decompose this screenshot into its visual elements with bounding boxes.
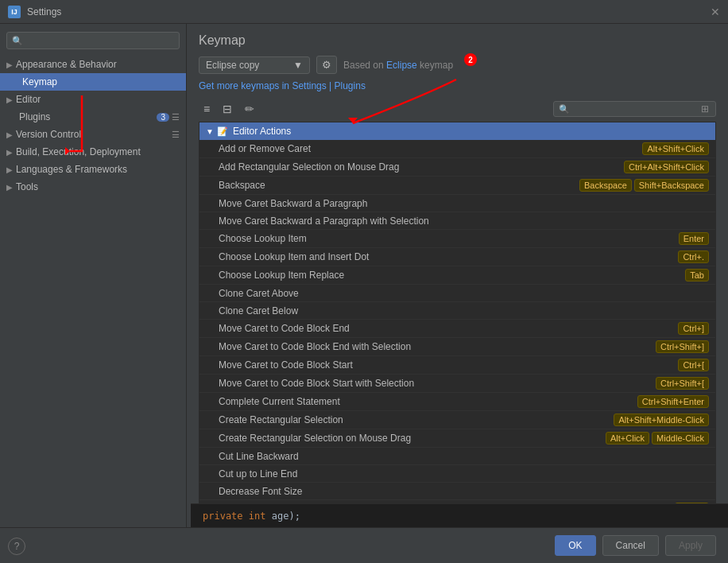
sidebar-item-editor[interactable]: ▶ Editor [0, 91, 186, 108]
table-row[interactable]: Move Caret to Code Block End Ctrl+] [199, 320, 715, 338]
table-row[interactable]: Move Caret to Code Block Start with Sele… [199, 375, 715, 393]
action-name: Cut up to Line End [219, 468, 709, 480]
search-options-button[interactable]: ⊞ [699, 103, 711, 115]
chevron-right-3-icon: ▶ [6, 148, 13, 157]
table-row[interactable]: Create Rectangular Selection on Mouse Dr… [199, 429, 715, 448]
sidebar-item-plugins-label: Plugins [19, 111, 50, 122]
shortcut-badge: Ctrl+Shift+] [656, 340, 709, 353]
collapse-all-button[interactable]: ⊟ [218, 99, 237, 118]
action-name: Move Caret Backward a Paragraph with Sel… [219, 215, 709, 227]
table-row[interactable]: Move Caret to Code Block Start Ctrl+[ [199, 356, 715, 375]
shortcut-badge: Ctrl+. [678, 250, 709, 263]
table-row[interactable]: Add or Remove Caret Alt+Shift+Click [199, 140, 715, 158]
vc-badge-area: ☰ [172, 130, 180, 140]
sidebar-search-input[interactable] [26, 35, 174, 46]
action-name: Complete Current Statement [219, 396, 637, 407]
action-name: Add or Remove Caret [219, 143, 642, 154]
sidebar-item-tools[interactable]: ▶ Tools [0, 178, 186, 196]
sidebar-item-appearance-label: Appearance & Behavior [16, 59, 117, 70]
page-title: Keymap [199, 33, 716, 48]
action-name: Move Caret to Code Block End with Select… [219, 341, 656, 352]
table-row[interactable]: Backspace Backspace Shift+Backspace [199, 177, 715, 195]
vc-badge-icon: ☰ [172, 130, 180, 140]
app-icon: IJ [8, 6, 21, 18]
plugins-badge-icon: ☰ [172, 112, 180, 122]
shortcut-badge: Ctrl+Shift+Enter [637, 395, 709, 408]
expand-all-button[interactable]: ≡ [199, 99, 215, 118]
table-row[interactable]: Choose Lookup Item Replace Tab [199, 266, 715, 285]
chevron-right-icon: ▶ [6, 95, 13, 104]
shortcut-badge: Ctrl+[ [678, 359, 709, 371]
table-row[interactable]: Move Caret Backward a Paragraph [199, 195, 715, 212]
action-name: Create Rectangular Selection on Mouse Dr… [219, 433, 606, 444]
sidebar: 🔍 ▶ Appearance & Behavior Keymap ▶ Edito… [0, 24, 187, 527]
main-layout: 🔍 ▶ Appearance & Behavior Keymap ▶ Edito… [0, 24, 728, 527]
keymap-search-input[interactable] [572, 103, 699, 115]
shortcut-badge: Ctrl+Shift+[ [656, 377, 709, 390]
keymap-gear-button[interactable]: ⚙ [316, 56, 337, 74]
shortcut-badge: Alt+Shift+Click [642, 142, 709, 155]
code-type: int [249, 511, 266, 522]
shortcut-badges: Alt+Shift+Middle-Click [614, 414, 709, 426]
table-row[interactable]: Add Rectangular Selection on Mouse Drag … [199, 158, 715, 177]
code-snippet: private int age); [191, 503, 728, 527]
table-row[interactable]: Cut up to Line End [199, 465, 715, 483]
get-more-keymaps-link[interactable]: Get more keymaps in Settings | Plugins [199, 80, 366, 91]
links-row: Get more keymaps in Settings | Plugins [199, 80, 716, 91]
table-row[interactable]: Move Caret Backward a Paragraph with Sel… [199, 212, 715, 230]
shortcut-badges: Enter [679, 232, 709, 245]
table-row[interactable]: Cut Line Backward [199, 448, 715, 465]
help-button[interactable]: ? [8, 538, 25, 555]
code-variable: age); [272, 511, 300, 522]
sidebar-search-box[interactable]: 🔍 [6, 32, 180, 49]
action-name: Create Rectangular Selection [219, 414, 614, 425]
eclipse-link[interactable]: Eclipse [386, 60, 417, 71]
sidebar-item-version-control[interactable]: ▶ Version Control ☰ [0, 126, 186, 143]
sidebar-item-keymap[interactable]: Keymap [0, 73, 186, 91]
table-row[interactable]: Clone Caret Above [199, 285, 715, 302]
keymap-dropdown[interactable]: Eclipse copy ▼ [199, 56, 310, 74]
table-row[interactable]: Choose Lookup Item and Insert Dot Ctrl+. [199, 248, 715, 266]
sidebar-item-tools-label: Tools [16, 181, 38, 192]
table-row[interactable]: Complete Current Statement Ctrl+Shift+En… [199, 393, 715, 411]
shortcut-badge: Backspace [579, 179, 632, 192]
action-name: Cut Line Backward [219, 451, 709, 462]
table-row[interactable]: Create Rectangular Selection Alt+Shift+M… [199, 411, 715, 429]
shortcut-badge: Shift+Backspace [634, 179, 709, 192]
group-editor-icon: 📝 [217, 126, 228, 137]
action-name: Choose Lookup Item Replace [219, 270, 685, 281]
table-row[interactable]: Choose Lookup Item Enter [199, 230, 715, 248]
action-name: Clone Caret Below [219, 305, 709, 316]
edit-button[interactable]: ✏ [240, 99, 259, 118]
sidebar-search-icon: 🔍 [12, 36, 23, 46]
shortcut-badges: Ctrl+Shift+] [656, 340, 709, 353]
shortcut-badges: Ctrl+. [678, 250, 709, 263]
action-name: Backspace [219, 180, 579, 191]
action-name: Choose Lookup Item and Insert Dot [219, 251, 678, 262]
table-row[interactable]: Decrease Font Size [199, 483, 715, 500]
action-name: Choose Lookup Item [219, 233, 679, 244]
table-row[interactable]: Move Caret to Code Block End with Select… [199, 338, 715, 356]
close-button[interactable]: ✕ [711, 6, 720, 18]
action-name: Move Caret to Code Block End [219, 323, 678, 334]
shortcut-badges: Ctrl+] [678, 322, 709, 335]
cancel-button[interactable]: Cancel [602, 535, 659, 556]
plugins-badge-count: 3 [157, 113, 169, 122]
editor-actions-group[interactable]: ▼ 📝 Editor Actions [199, 122, 715, 140]
keymap-search-box[interactable]: 🔍 ⊞ [553, 101, 716, 117]
sidebar-item-languages[interactable]: ▶ Languages & Frameworks [0, 161, 186, 178]
shortcut-badge: Ctrl+] [678, 322, 709, 335]
shortcut-badge: Tab [685, 269, 709, 282]
shortcut-badges: Ctrl+Shift+[ [656, 377, 709, 390]
sidebar-item-build[interactable]: ▶ Build, Execution, Deployment [0, 143, 186, 161]
sidebar-item-plugins[interactable]: Plugins 3 ☰ [0, 108, 186, 126]
dropdown-chevron-icon: ▼ [293, 60, 303, 71]
ok-button[interactable]: OK [555, 535, 595, 556]
group-label: Editor Actions [233, 126, 291, 137]
sidebar-item-languages-label: Languages & Frameworks [16, 164, 127, 175]
based-on-label: Based on Eclipse keymap [343, 60, 453, 71]
apply-button[interactable]: Apply [665, 535, 716, 556]
action-name: Move Caret to Code Block Start with Sele… [219, 378, 656, 389]
table-row[interactable]: Clone Caret Below [199, 302, 715, 320]
sidebar-item-appearance[interactable]: ▶ Appearance & Behavior [0, 56, 186, 73]
